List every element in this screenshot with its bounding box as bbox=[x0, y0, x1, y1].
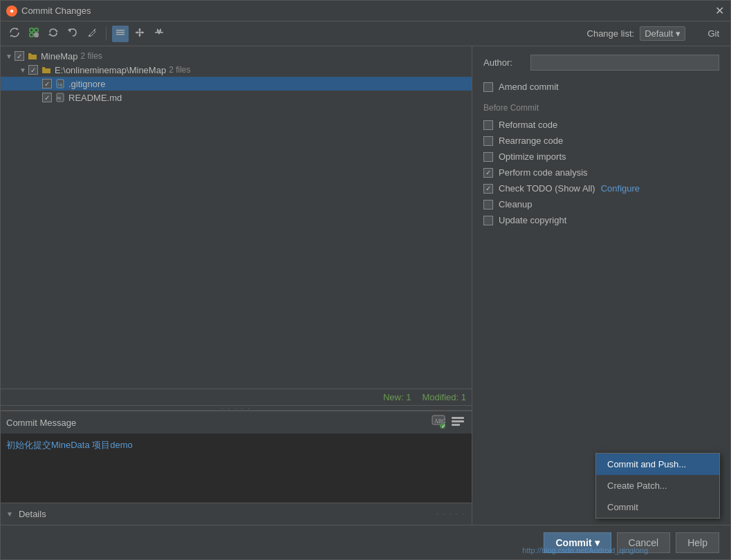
changelist-label: Change list: bbox=[587, 28, 635, 39]
changelist-value: Default bbox=[645, 28, 673, 39]
cleanup-label: Cleanup bbox=[499, 199, 532, 209]
svg-marker-8 bbox=[56, 30, 58, 32]
svg-rect-13 bbox=[116, 30, 124, 31]
checkbox-minemap-path[interactable] bbox=[28, 65, 38, 75]
svg-marker-9 bbox=[48, 33, 50, 35]
svg-rect-35 bbox=[452, 417, 464, 419]
before-commit-section-label: Before Commit bbox=[483, 103, 719, 113]
create-patch-item[interactable]: Create Patch... bbox=[596, 475, 719, 496]
svg-marker-24 bbox=[158, 32, 160, 35]
tree-item-readme[interactable]: ▶ MD README.md bbox=[1, 91, 472, 104]
commit-and-push-item[interactable]: Commit and Push... bbox=[596, 454, 719, 475]
status-new: New: 1 bbox=[383, 392, 411, 402]
optimize-imports-checkbox[interactable] bbox=[483, 152, 493, 162]
changelist-dropdown[interactable]: Default ▾ bbox=[640, 26, 685, 41]
spell-check-icon: ABC ✓ bbox=[431, 414, 446, 431]
minemap-path-badge: 2 files bbox=[169, 65, 190, 75]
undo-icon bbox=[67, 27, 78, 40]
commit-message-area: Commit Message ABC ✓ bbox=[1, 411, 472, 503]
author-label: Author: bbox=[483, 57, 525, 68]
title-bar: ● Commit Changes ✕ bbox=[1, 1, 730, 21]
folder-path-icon bbox=[41, 64, 52, 75]
update-icon bbox=[28, 27, 39, 40]
minemap-root-badge: 2 files bbox=[80, 51, 102, 61]
checkbox-readme[interactable] bbox=[42, 93, 52, 102]
toolbar-update-button[interactable] bbox=[26, 26, 42, 42]
svg-rect-36 bbox=[452, 420, 464, 422]
help-button[interactable]: Help bbox=[676, 532, 719, 553]
author-row: Author: bbox=[483, 55, 719, 71]
tree-item-gitignore[interactable]: ▶ ig .gitignore bbox=[1, 77, 472, 91]
reformat-code-label: Reformat code bbox=[499, 120, 557, 130]
toolbar-collapse-button[interactable] bbox=[151, 26, 167, 42]
cleanup-checkbox[interactable] bbox=[483, 200, 493, 209]
toolbar-sync-button[interactable] bbox=[45, 26, 62, 42]
window-title: Commit Changes bbox=[21, 6, 91, 16]
sync-icon bbox=[48, 27, 59, 40]
expand-arrow-icon: ▼ bbox=[3, 50, 15, 62]
commit-message-textarea[interactable]: 初始化提交MineData 项目demo bbox=[1, 433, 472, 503]
toolbar-refresh-button[interactable] bbox=[6, 26, 23, 42]
toolbar-undo-button[interactable] bbox=[64, 26, 81, 42]
commit-message-history-button[interactable] bbox=[450, 414, 466, 431]
changelist-arrow-icon: ▾ bbox=[676, 28, 681, 39]
expand-icon bbox=[134, 27, 145, 40]
toolbar: Change list: Default ▾ Git bbox=[1, 21, 730, 46]
left-panel: ▼ MineMap 2 files ▼ bbox=[1, 46, 472, 525]
git-tab[interactable]: Git bbox=[702, 26, 725, 41]
details-bar[interactable]: ▼ Details · · · · · bbox=[1, 503, 472, 525]
check-todo-label: Check TODO (Show All) bbox=[499, 183, 595, 194]
edit-icon bbox=[86, 27, 98, 40]
check-todo-checkbox[interactable] bbox=[483, 184, 493, 194]
check-todo-row: Check TODO (Show All) Configure bbox=[483, 183, 719, 194]
file-tree-status: New: 1 Modified: 1 bbox=[1, 389, 472, 405]
svg-marker-21 bbox=[142, 31, 144, 34]
app-icon: ● bbox=[6, 6, 17, 17]
update-copyright-checkbox[interactable] bbox=[483, 216, 493, 225]
view-icon bbox=[115, 27, 126, 40]
svg-rect-14 bbox=[116, 32, 124, 33]
commit-message-label: Commit Message bbox=[6, 418, 76, 428]
svg-marker-10 bbox=[68, 28, 71, 32]
optimize-imports-label: Optimize imports bbox=[499, 151, 566, 162]
gitignore-file-icon: ig bbox=[55, 78, 66, 89]
toolbar-expand-button[interactable] bbox=[131, 26, 148, 42]
minemap-path-label: E:\onlineminemap\MineMap bbox=[55, 65, 166, 75]
svg-rect-2 bbox=[30, 28, 33, 32]
tree-item-minemap-root[interactable]: ▼ MineMap 2 files bbox=[1, 49, 472, 63]
svg-rect-3 bbox=[35, 28, 38, 32]
readme-file-icon: MD bbox=[55, 92, 66, 103]
svg-line-11 bbox=[94, 29, 95, 30]
reformat-code-checkbox[interactable] bbox=[483, 120, 493, 130]
tree-item-minemap-path[interactable]: ▼ E:\onlineminemap\MineMap 2 files bbox=[1, 63, 472, 77]
file-tree: ▼ MineMap 2 files ▼ bbox=[1, 46, 472, 389]
amend-commit-checkbox[interactable] bbox=[483, 82, 493, 92]
svg-marker-20 bbox=[136, 31, 138, 34]
svg-marker-0 bbox=[17, 28, 19, 30]
changelist-area: Change list: Default ▾ Git bbox=[587, 26, 725, 41]
cleanup-row: Cleanup bbox=[483, 199, 719, 209]
history-icon bbox=[450, 414, 465, 431]
checkbox-gitignore[interactable] bbox=[42, 79, 52, 88]
minemap-root-label: MineMap bbox=[41, 51, 77, 62]
gitignore-label: .gitignore bbox=[68, 79, 105, 89]
commit-message-header: Commit Message ABC ✓ bbox=[1, 411, 472, 433]
close-button[interactable]: ✕ bbox=[714, 6, 725, 17]
main-window: ● Commit Changes ✕ bbox=[0, 0, 731, 560]
toolbar-separator-1 bbox=[106, 27, 107, 41]
spell-check-button[interactable]: ABC ✓ bbox=[430, 414, 447, 431]
commit-item[interactable]: Commit bbox=[596, 496, 719, 518]
title-bar-left: ● Commit Changes bbox=[6, 6, 91, 17]
svg-rect-15 bbox=[116, 34, 124, 35]
rearrange-code-checkbox[interactable] bbox=[483, 136, 493, 146]
optimize-imports-row: Optimize imports bbox=[483, 151, 719, 162]
toolbar-edit-button[interactable] bbox=[84, 26, 100, 42]
perform-code-analysis-checkbox[interactable] bbox=[483, 168, 493, 178]
configure-link[interactable]: Configure bbox=[601, 183, 640, 194]
svg-text:✓: ✓ bbox=[441, 423, 446, 429]
checkbox-minemap-root[interactable] bbox=[15, 51, 24, 61]
author-input[interactable] bbox=[530, 55, 719, 71]
resize-handle[interactable]: · · · · · bbox=[1, 405, 472, 411]
toolbar-view-button[interactable] bbox=[112, 26, 129, 42]
refresh-icon bbox=[9, 27, 20, 40]
